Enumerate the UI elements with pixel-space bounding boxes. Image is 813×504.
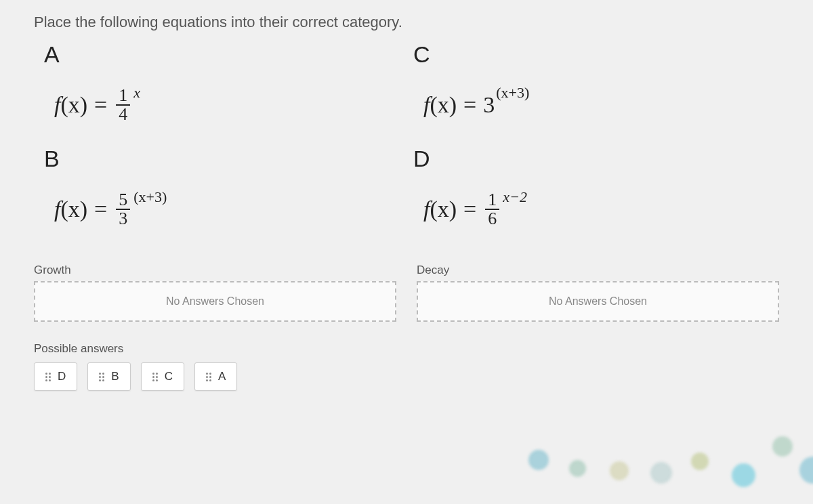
bokeh-decoration (488, 396, 813, 504)
frac-num: 1 (485, 191, 499, 209)
growth-block: Growth No Answers Chosen (34, 264, 396, 322)
answer-chips-row: D B C A (34, 362, 779, 391)
equations-grid: A f(x) = 1 4 x C f(x) = 3 (x+3) B f(x) =… (34, 41, 779, 236)
base-3: 3 (483, 92, 495, 118)
chip-a[interactable]: A (194, 362, 237, 391)
chip-label: A (218, 370, 226, 383)
equals: = (463, 196, 476, 222)
frac-num: 5 (116, 191, 130, 209)
growth-dropzone[interactable]: No Answers Chosen (34, 281, 396, 322)
equals: = (94, 92, 107, 118)
fx-symbol: f (54, 196, 60, 222)
equation-b: B f(x) = 5 3 (x+3) (44, 146, 400, 236)
chip-label: D (58, 370, 66, 383)
equals: = (94, 196, 107, 222)
chip-label: B (111, 370, 119, 383)
fx-symbol: f (423, 92, 430, 118)
decay-placeholder: No Answers Chosen (549, 295, 647, 308)
grip-icon (206, 373, 211, 381)
grip-icon (99, 373, 104, 381)
frac-den: 3 (116, 209, 130, 228)
equation-c: C f(x) = 3 (x+3) (413, 41, 769, 132)
fx-symbol: f (54, 92, 60, 118)
exponent-x: x (133, 84, 140, 102)
chip-b[interactable]: B (87, 362, 130, 391)
frac-num: 1 (116, 87, 130, 104)
equation-label-b: B (44, 146, 400, 172)
decay-dropzone[interactable]: No Answers Chosen (417, 281, 779, 322)
fraction-1-4: 1 4 (116, 87, 130, 123)
equation-a: A f(x) = 1 4 x (44, 41, 400, 132)
equation-body-c: f(x) = 3 (x+3) (423, 78, 769, 132)
chip-label: C (165, 370, 173, 383)
equation-label-a: A (44, 41, 400, 68)
grip-icon (45, 373, 51, 381)
fraction-1-6: 1 6 (485, 191, 499, 228)
decay-label: Decay (417, 264, 779, 277)
decay-block: Decay No Answers Chosen (417, 264, 779, 322)
dropzones-row: Growth No Answers Chosen Decay No Answer… (34, 264, 779, 322)
grip-icon (152, 373, 158, 381)
equation-label-d: D (413, 146, 769, 172)
fx-args: (x) (60, 196, 87, 222)
chip-c[interactable]: C (141, 362, 184, 391)
growth-placeholder: No Answers Chosen (166, 295, 264, 308)
instruction-text: Place the following equations into their… (34, 14, 779, 31)
equation-label-c: C (413, 41, 769, 68)
chip-d[interactable]: D (34, 362, 77, 391)
exponent-xp3: (x+3) (496, 84, 529, 102)
exponent-xp3: (x+3) (133, 188, 167, 206)
equation-body-d: f(x) = 1 6 x−2 (423, 182, 769, 236)
fx-symbol: f (423, 196, 430, 222)
exponent-xm2: x−2 (503, 188, 527, 206)
equation-body-a: f(x) = 1 4 x (54, 78, 400, 132)
equals: = (463, 92, 476, 118)
possible-answers-label: Possible answers (34, 342, 779, 356)
equation-d: D f(x) = 1 6 x−2 (413, 146, 769, 236)
growth-label: Growth (34, 264, 396, 277)
fx-args: (x) (60, 92, 87, 118)
frac-den: 4 (116, 104, 130, 123)
frac-den: 6 (485, 209, 499, 228)
equation-body-b: f(x) = 5 3 (x+3) (54, 182, 400, 236)
fraction-5-3: 5 3 (116, 191, 130, 228)
fx-args: (x) (430, 196, 457, 222)
fx-args: (x) (430, 92, 457, 118)
